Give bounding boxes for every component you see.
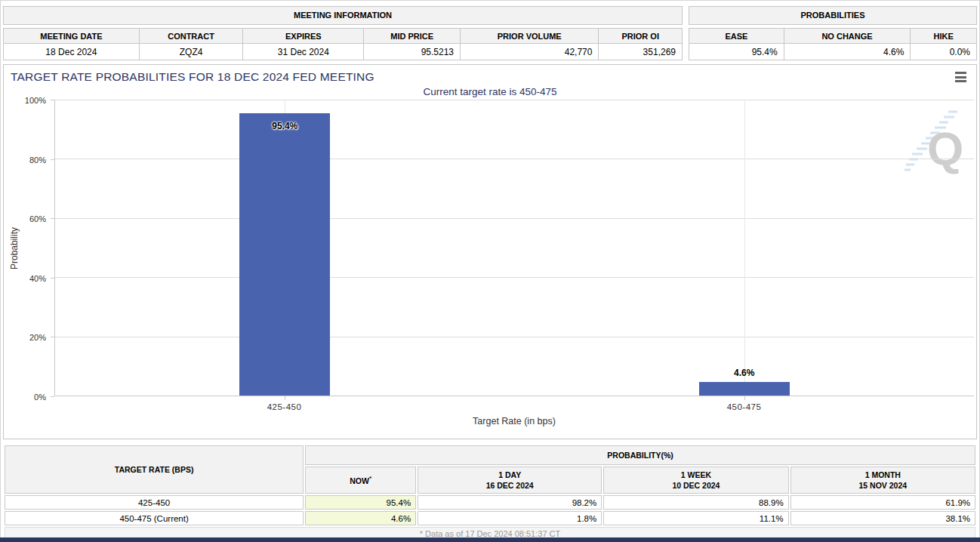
watermark-letter: Q: [927, 122, 963, 174]
y-axis-tick-label: 80%: [8, 156, 46, 165]
meeting-date-value: 18 Dec 2024: [4, 44, 140, 60]
y-axis-tick-label: 40%: [8, 274, 46, 283]
one-week-probability-cell: 88.9%: [603, 495, 788, 510]
chart-title: TARGET RATE PROBABILITIES FOR 18 DEC 202…: [11, 70, 374, 84]
column-header-hike: HIKE: [911, 29, 977, 44]
vertical-gridline: [744, 100, 745, 396]
meeting-information-table: MEETING DATE CONTRACT EXPIRES MID PRICE …: [3, 28, 683, 60]
one-month-probability-cell: 38.1%: [790, 511, 975, 525]
y-axis-tick-label: 100%: [8, 96, 46, 105]
x-axis-tick-mark: [285, 396, 285, 400]
one-week-probability-cell: 11.1%: [603, 511, 788, 525]
horizontal-gridline: [55, 337, 974, 337]
ease-value: 95.4%: [689, 44, 784, 60]
one-day-date: 16 DEC 2024: [421, 480, 598, 491]
column-header-contract: CONTRACT: [139, 29, 243, 44]
one-day-probability-cell: 1.8%: [418, 511, 602, 525]
one-day-probability-cell: 98.2%: [418, 495, 602, 510]
horizontal-gridline: [55, 100, 974, 100]
one-month-label: 1 MONTH: [794, 470, 972, 480]
column-header-no-change: NO CHANGE: [784, 29, 911, 44]
column-header-expires: EXPIRES: [243, 29, 364, 44]
column-header-1-day: 1 DAY 16 DEC 2024: [418, 467, 602, 494]
horizontal-gridline: [55, 159, 974, 159]
expires-value: 31 Dec 2024: [243, 44, 364, 60]
one-week-label: 1 WEEK: [607, 470, 784, 480]
meeting-information-title: MEETING INFORMATION: [3, 6, 683, 25]
no-change-value: 4.6%: [784, 44, 911, 60]
contract-value: ZQZ4: [139, 44, 243, 60]
probability-history-table: TARGET RATE (BPS) PROBABILITY(%) NOW* 1 …: [3, 444, 977, 542]
horizontal-gridline: [55, 218, 974, 219]
probabilities-title: PROBABILITIES: [689, 6, 977, 25]
bar-data-label: 4.6%: [699, 368, 790, 378]
x-axis-title: Target Rate (in bps): [54, 416, 974, 427]
y-axis-tick-label: 20%: [8, 333, 46, 342]
one-week-date: 10 DEC 2024: [607, 480, 784, 491]
one-month-probability-cell: 61.9%: [790, 495, 975, 510]
probability-bar: [699, 382, 790, 396]
horizontal-gridline: [55, 277, 974, 278]
now-label: NOW: [350, 476, 369, 485]
probabilities-panel: PROBABILITIES EASE NO CHANGE HIKE 95.4% …: [689, 6, 977, 60]
prior-oi-value: 351,269: [599, 44, 683, 60]
one-month-date: 15 NOV 2024: [794, 480, 972, 491]
column-header-ease: EASE: [689, 29, 784, 44]
y-axis-tick-label: 0%: [8, 393, 46, 402]
chart-context-menu-icon[interactable]: [953, 72, 966, 82]
mid-price-value: 95.5213: [364, 44, 461, 60]
now-asterisk: *: [369, 475, 371, 482]
prior-volume-value: 42,770: [461, 44, 599, 60]
now-probability-cell: 4.6%: [305, 511, 416, 525]
column-header-target-rate-bps: TARGET RATE (BPS): [5, 445, 304, 494]
x-axis-tick-label: 425-450: [239, 402, 330, 411]
x-axis-tick-label: 450-475: [699, 402, 790, 411]
column-header-mid-price: MID PRICE: [364, 29, 461, 44]
quikstrike-watermark-icon: Q: [904, 109, 963, 181]
chart-subtitle: Current target rate is 450-475: [4, 86, 976, 97]
bottom-navy-bar: [0, 537, 980, 542]
probabilities-table: EASE NO CHANGE HIKE 95.4% 4.6% 0.0%: [689, 28, 977, 60]
chart-panel: TARGET RATE PROBABILITIES FOR 18 DEC 202…: [3, 64, 977, 439]
column-header-meeting-date: MEETING DATE: [4, 29, 140, 44]
hike-value: 0.0%: [911, 44, 977, 60]
column-header-prior-oi: PRIOR OI: [599, 29, 683, 44]
column-header-1-month: 1 MONTH 15 NOV 2024: [790, 467, 975, 494]
column-header-1-week: 1 WEEK 10 DEC 2024: [603, 467, 788, 494]
bar-data-label: 95.4%: [239, 121, 330, 131]
hamburger-bar: [955, 80, 966, 82]
y-axis-labels: 0%20%40%60%80%100%: [4, 100, 54, 396]
column-header-prior-volume: PRIOR VOLUME: [461, 29, 599, 44]
plot-area: Q 95.4%4.6%: [54, 100, 974, 396]
probability-bar: [239, 113, 330, 396]
y-axis-tick-label: 60%: [8, 214, 46, 223]
table-row: 450-475 (Current) 4.6% 1.8% 11.1% 38.1%: [5, 511, 975, 525]
x-axis-tick-mark: [744, 396, 745, 400]
hamburger-bar: [955, 72, 966, 74]
hamburger-bar: [955, 76, 966, 79]
table-row: 425-450 95.4% 98.2% 88.9% 61.9%: [5, 495, 975, 510]
target-rate-cell: 425-450: [5, 495, 304, 510]
one-day-label: 1 DAY: [421, 470, 598, 480]
now-probability-cell: 95.4%: [305, 495, 416, 510]
target-rate-cell: 450-475 (Current): [5, 511, 304, 525]
meeting-information-panel: MEETING INFORMATION MEETING DATE CONTRAC…: [3, 6, 683, 60]
column-group-header-probability: PROBABILITY(%): [305, 445, 975, 465]
column-header-now: NOW*: [305, 467, 416, 494]
x-axis-labels: 425-450450-475: [54, 396, 974, 414]
